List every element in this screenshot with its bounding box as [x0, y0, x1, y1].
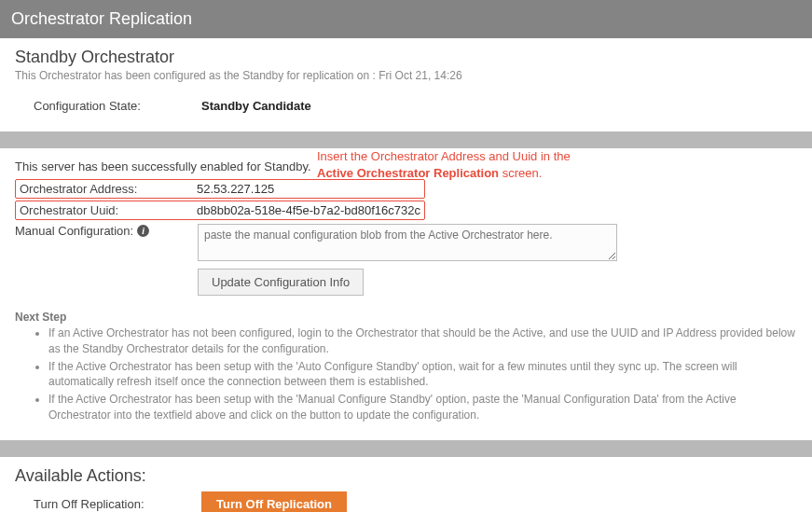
available-actions-section: Available Actions: Turn Off Replication:… [0, 457, 812, 512]
section-divider [0, 440, 812, 457]
next-step-item: If an Active Orchestrator has not been c… [48, 325, 797, 357]
turn-off-replication-button[interactable]: Turn Off Replication [201, 491, 347, 512]
turn-off-label: Turn Off Replication: [34, 497, 201, 511]
turn-off-row: Turn Off Replication: Turn Off Replicati… [15, 488, 797, 512]
orchestrator-address-label: Orchestrator Address: [20, 182, 197, 196]
next-step-title: Next Step [15, 311, 797, 324]
page-title: Orchestrator Replication [11, 9, 192, 28]
manual-config-label: Manual Configuration: i [15, 224, 198, 238]
standby-summary-section: Standby Orchestrator This Orchestrator h… [0, 38, 812, 131]
next-step-list: If an Active Orchestrator has not been c… [15, 325, 797, 423]
config-state-label: Configuration State: [34, 99, 201, 113]
section-divider [0, 131, 812, 148]
standby-details-section: Insert the Orchestrator Address and Uuid… [0, 148, 812, 440]
orchestrator-uuid-value: db8bb02a-518e-4f5e-b7a2-bd80f16c732c [197, 203, 420, 217]
info-icon[interactable]: i [137, 225, 149, 237]
config-state-value: Standby Candidate [201, 99, 311, 113]
orchestrator-address-row: Orchestrator Address: 52.53.227.125 [15, 179, 425, 199]
orchestrator-address-value: 52.53.227.125 [197, 182, 274, 196]
manual-config-textarea[interactable] [198, 224, 617, 261]
annotation-callout: Insert the Orchestrator Address and Uuid… [317, 148, 615, 181]
manual-config-label-text: Manual Configuration: [15, 224, 133, 238]
annotation-line1: Insert the Orchestrator Address and Uuid… [317, 149, 571, 163]
orchestrator-uuid-label: Orchestrator Uuid: [20, 203, 197, 217]
config-state-row: Configuration State: Standby Candidate [15, 95, 797, 117]
update-config-button[interactable]: Update Configuration Info [198, 269, 364, 296]
annotation-bold: Active Orchestrator Replication [317, 166, 499, 180]
next-step-item: If the Active Orchestrator has been setu… [48, 359, 797, 391]
standby-subtext: This Orchestrator has been configured as… [15, 69, 797, 82]
page-header: Orchestrator Replication [0, 0, 812, 38]
orchestrator-uuid-row: Orchestrator Uuid: db8bb02a-518e-4f5e-b7… [15, 201, 425, 220]
next-step-item: If the Active Orchestrator has been setu… [48, 392, 797, 423]
annotation-tail: screen. [499, 166, 542, 180]
available-actions-title: Available Actions: [15, 466, 797, 486]
standby-title: Standby Orchestrator [15, 48, 797, 67]
manual-config-row: Manual Configuration: i [15, 224, 797, 261]
